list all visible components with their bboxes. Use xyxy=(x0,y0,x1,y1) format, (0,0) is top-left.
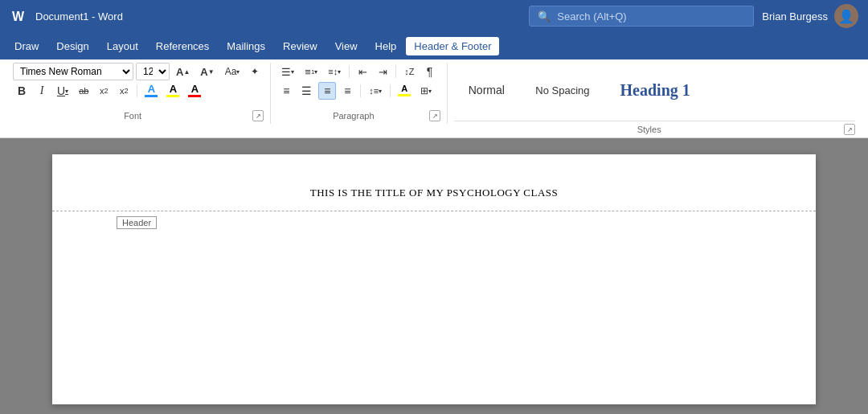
font-color-button[interactable]: A xyxy=(141,82,161,100)
menu-view[interactable]: View xyxy=(327,37,366,55)
bold-button[interactable]: B xyxy=(13,82,31,100)
search-placeholder: Search (Alt+Q) xyxy=(557,10,626,23)
header-region: Header xyxy=(52,211,816,234)
styles-expand-button[interactable]: ↗ xyxy=(844,124,855,135)
shading-button[interactable]: A xyxy=(185,82,204,100)
user-name: Brian Burgess xyxy=(762,10,828,23)
paragraph-group: ☰▾ ≡1▾ ≡↕▾ ⇤ ⇥ ↕Z ¶ ≡ ☰ ≡ ≡ ↕≡▾ A xyxy=(271,63,448,124)
search-box[interactable]: 🔍 Search (Alt+Q) xyxy=(529,6,754,27)
justify-button[interactable]: ≡ xyxy=(338,82,356,100)
style-normal-preview: Normal xyxy=(469,84,505,96)
titlebar: W Document1 - Word 🔍 Search (Alt+Q) Bria… xyxy=(0,0,868,32)
underline-button[interactable]: U▾ xyxy=(53,82,72,100)
para-group-label-row: Paragraph ↗ xyxy=(277,109,440,124)
subscript-button[interactable]: x2 xyxy=(95,82,113,100)
menu-design[interactable]: Design xyxy=(48,37,96,55)
para-row2: ≡ ☰ ≡ ≡ ↕≡▾ A ⊞▾ xyxy=(277,82,438,100)
change-case-button[interactable]: Aa▾ xyxy=(221,63,244,80)
font-group: Times New Roman 12 A▲ A▼ Aa▾ ✦ B I U▾ ab… xyxy=(6,63,271,124)
increase-indent-button[interactable]: ⇥ xyxy=(374,63,391,80)
font-row2: B I U▾ ab x2 x2 A A A xyxy=(13,82,264,100)
user-profile[interactable]: Brian Burgess 👤 xyxy=(762,4,858,28)
align-right-button[interactable]: ≡ xyxy=(318,82,336,100)
doc-page[interactable]: THIS IS THE TITLE OF MY PSYCHOLOGY CLASS… xyxy=(52,154,816,404)
search-icon: 🔍 xyxy=(538,10,551,23)
clear-formatting-button[interactable]: ✦ xyxy=(246,63,264,80)
shrink-font-button[interactable]: A▼ xyxy=(196,63,218,80)
menu-header-footer[interactable]: Header & Footer xyxy=(406,37,499,55)
menu-references[interactable]: References xyxy=(148,37,217,55)
line-spacing-button[interactable]: ↕≡▾ xyxy=(365,82,386,100)
para-expand-button[interactable]: ↗ xyxy=(429,110,440,121)
style-normal-item[interactable]: Normal xyxy=(454,66,518,117)
font-name-select[interactable]: Times New Roman xyxy=(13,63,133,80)
align-left-button[interactable]: ≡ xyxy=(277,82,295,100)
doc-title[interactable]: THIS IS THE TITLE OF MY PSYCHOLOGY CLASS xyxy=(117,187,751,199)
font-group-label: Font xyxy=(13,109,252,122)
decrease-indent-button[interactable]: ⇤ xyxy=(354,63,371,80)
italic-button[interactable]: I xyxy=(33,82,51,100)
word-logo: W xyxy=(10,7,27,25)
show-para-button[interactable]: ¶ xyxy=(421,63,439,80)
font-row1: Times New Roman 12 A▲ A▼ Aa▾ ✦ xyxy=(13,63,264,80)
superscript-button[interactable]: x2 xyxy=(115,82,133,100)
font-group-label-row: Font ↗ xyxy=(13,109,264,124)
avatar: 👤 xyxy=(834,4,858,28)
menu-draw[interactable]: Draw xyxy=(6,37,47,55)
menu-review[interactable]: Review xyxy=(275,37,326,55)
style-heading1-preview: Heading 1 xyxy=(620,81,690,100)
header-label: Header xyxy=(117,216,157,229)
styles-group-label-row: Styles ↗ xyxy=(454,121,855,137)
menubar: Draw Design Layout References Mailings R… xyxy=(0,32,868,59)
para-group-label: Paragraph xyxy=(277,109,429,122)
highlight-button[interactable]: A xyxy=(163,82,182,100)
font-expand-button[interactable]: ↗ xyxy=(252,110,264,121)
grow-font-button[interactable]: A▲ xyxy=(172,63,194,80)
menu-help[interactable]: Help xyxy=(367,37,405,55)
bullets-button[interactable]: ☰▾ xyxy=(277,63,298,80)
sort-button[interactable]: ↕Z xyxy=(400,63,418,80)
ribbon: Times New Roman 12 A▲ A▼ Aa▾ ✦ B I U▾ ab… xyxy=(0,59,868,138)
styles-group: Normal No Spacing Heading 1 Styles ↗ xyxy=(448,63,862,137)
document-area: THIS IS THE TITLE OF MY PSYCHOLOGY CLASS… xyxy=(0,138,868,414)
para-shading-button[interactable]: A xyxy=(395,82,414,100)
multilevel-button[interactable]: ≡↕▾ xyxy=(324,63,345,80)
menu-mailings[interactable]: Mailings xyxy=(219,37,273,55)
menu-layout[interactable]: Layout xyxy=(99,37,146,55)
svg-text:W: W xyxy=(12,10,25,23)
app-title: Document1 - Word xyxy=(35,10,521,23)
borders-button[interactable]: ⊞▾ xyxy=(416,82,436,100)
style-nospacing-item[interactable]: No Spacing xyxy=(522,66,603,117)
align-center-button[interactable]: ☰ xyxy=(297,82,316,100)
styles-group-label: Styles xyxy=(454,123,844,136)
font-size-select[interactable]: 12 xyxy=(136,63,170,80)
strikethrough-button[interactable]: ab xyxy=(75,82,92,100)
style-heading1-item[interactable]: Heading 1 xyxy=(607,66,704,117)
numbering-button[interactable]: ≡1▾ xyxy=(301,63,321,80)
para-row1: ☰▾ ≡1▾ ≡↕▾ ⇤ ⇥ ↕Z ¶ xyxy=(277,63,438,80)
style-nospacing-preview: No Spacing xyxy=(535,84,589,96)
